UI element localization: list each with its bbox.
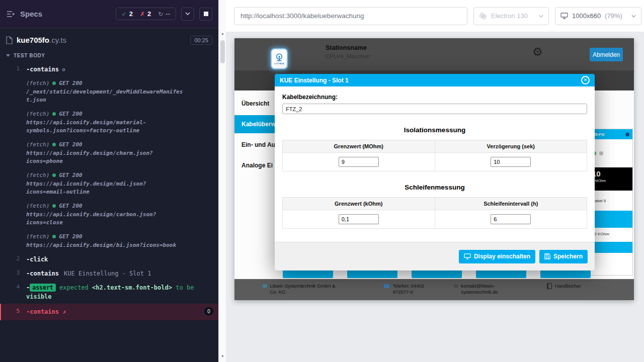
spec-header: kue705fo.cy.ts 00:25 bbox=[0, 28, 218, 50]
status-dot-icon bbox=[52, 143, 56, 146]
stat-passed: ✓2 bbox=[122, 10, 133, 18]
app-header bbox=[234, 38, 634, 70]
command-argument: KUE Einstellung - Slot 1 bbox=[64, 270, 151, 277]
fetch-status: GET 200 bbox=[59, 233, 82, 240]
littwin-logo: LITTWIN bbox=[271, 48, 288, 69]
viewport-selector[interactable]: 1000x660 (79%) bbox=[555, 7, 641, 25]
column-header: Grenzwert (kOhm) bbox=[283, 198, 435, 210]
fetch-log-row[interactable]: (fetch)GET 200 https://api.iconify.desig… bbox=[0, 169, 218, 200]
status-dot-icon bbox=[52, 112, 56, 116]
display-on-button[interactable]: Display einschalten bbox=[459, 250, 535, 263]
stat-failed: ✗2 bbox=[140, 10, 151, 18]
aut-background: LITTWIN Stationsname CPLV4_Maschen ⚙ Abm… bbox=[226, 32, 644, 362]
manuals-label: Handbücher bbox=[555, 283, 581, 289]
station-info: Stationsname CPLV4_Maschen bbox=[326, 44, 370, 59]
fetch-url: https://api.iconify.design/mdi.json?icon… bbox=[26, 180, 183, 197]
command-row-assert[interactable]: 4 -assert expected <h2.text-sm.font-bold… bbox=[0, 281, 218, 304]
fetch-tag: (fetch) bbox=[26, 111, 49, 117]
fetch-log-row[interactable]: (fetch)GET 200 https://api.iconify.desig… bbox=[0, 200, 218, 230]
fetch-log-row[interactable]: (fetch)GET 200 https://api.iconify.desig… bbox=[0, 108, 218, 138]
cable-name: Kabel 5 bbox=[588, 191, 632, 211]
runner-main: http://localhost:3000/kabelueberwachung … bbox=[226, 0, 644, 362]
fetch-log-row[interactable]: (fetch)GET 200 /_next/static/development… bbox=[0, 77, 218, 108]
footer-company: ✉ Littwin Systemtechnik GmbH & Co. KG bbox=[263, 283, 343, 295]
collapse-button[interactable] bbox=[181, 8, 194, 21]
table-row bbox=[283, 153, 587, 171]
chevron-down-icon bbox=[539, 15, 543, 18]
retry-count-badge: 0 bbox=[204, 307, 213, 315]
fetch-url: https://api.iconify.design/bi.json?icons… bbox=[26, 241, 183, 250]
command-row-contains-3[interactable]: 3 -containsKUE Einstellung - Slot 1 bbox=[0, 266, 218, 281]
app-footer: ✉ Littwin Systemtechnik GmbH & Co. KG ☎ … bbox=[234, 279, 634, 300]
command-name: -contains bbox=[26, 308, 59, 315]
isolation-section-title: Isolationsmessung bbox=[282, 126, 587, 134]
fetch-url: https://api.iconify.design/charm.json?ic… bbox=[26, 149, 183, 166]
stop-button[interactable] bbox=[199, 8, 212, 21]
loop-table: Grenzwert (kOhm) Schleifenintervall (h) bbox=[282, 197, 587, 229]
assert-state: visible bbox=[26, 293, 52, 300]
specs-list-icon[interactable] bbox=[6, 10, 16, 18]
stat-pending: ↻-- bbox=[158, 10, 170, 18]
spec-duration: 00:25 bbox=[190, 36, 212, 45]
display-button-label: Display einschalten bbox=[474, 253, 530, 260]
chevron-down-icon bbox=[631, 15, 636, 18]
loop-interval-input[interactable] bbox=[491, 214, 531, 224]
assert-selector: <h2.text-sm.font-bold> bbox=[92, 284, 172, 291]
scroll-down-arrow-icon[interactable]: ▼ bbox=[219, 353, 226, 360]
failed-count: 2 bbox=[147, 10, 151, 18]
spec-file-icon bbox=[6, 36, 13, 44]
email-address: kontakt@littwin-systemtechnik.de bbox=[461, 283, 503, 295]
modal-footer: Display einschalten Speichern bbox=[275, 242, 595, 270]
footer-manuals-link[interactable]: Handbücher bbox=[546, 283, 581, 289]
email-icon: ✉ bbox=[454, 284, 458, 289]
command-row-contains-1[interactable]: 1 -contains⚙ bbox=[0, 62, 218, 77]
status-dot-icon bbox=[52, 173, 56, 177]
refresh-icon: ↻ bbox=[158, 11, 163, 18]
command-row-click[interactable]: 2 -click bbox=[0, 252, 218, 266]
browser-selector[interactable]: Electron 130 bbox=[473, 7, 549, 25]
fetch-url: https://api.iconify.design/material-symb… bbox=[26, 119, 183, 135]
fetch-status: GET 200 bbox=[59, 141, 82, 148]
fetch-url: /_next/static/development/_devMiddleware… bbox=[26, 88, 183, 105]
scroll-up-arrow-icon[interactable]: ▲ bbox=[219, 30, 226, 37]
reading-value: 10 bbox=[592, 169, 628, 178]
footer-email[interactable]: ✉ kontakt@littwin-systemtechnik.de bbox=[454, 283, 504, 295]
close-icon[interactable]: ✕ bbox=[581, 76, 590, 84]
command-row-contains-failed[interactable]: 5 -contains✗ 0 bbox=[0, 304, 218, 320]
gear-icon[interactable]: ⚙ bbox=[625, 132, 630, 137]
fetch-status: GET 200 bbox=[59, 172, 82, 178]
logout-button[interactable]: Abmelden bbox=[590, 48, 623, 61]
iso-delay-input[interactable] bbox=[491, 157, 531, 167]
chevron-down-icon bbox=[6, 54, 10, 57]
test-body-label: TEST BODY bbox=[14, 53, 45, 58]
reporter-scrollbar[interactable]: ▲ ▼ bbox=[218, 0, 226, 362]
fetch-log-row[interactable]: (fetch)GET 200 https://api.iconify.desig… bbox=[0, 230, 218, 253]
fetch-log-row[interactable]: (fetch)GET 200 https://api.iconify.desig… bbox=[0, 138, 218, 169]
fetch-status: GET 200 bbox=[59, 203, 82, 209]
table-row bbox=[283, 210, 587, 229]
iso-limit-input[interactable] bbox=[339, 157, 379, 167]
test-stats: ✓2 ✗2 ↻-- bbox=[116, 8, 176, 20]
passed-count: 2 bbox=[129, 10, 133, 18]
loop-limit-input[interactable] bbox=[339, 214, 379, 224]
cable-drum-icon bbox=[275, 53, 284, 62]
viewport-icon bbox=[560, 13, 568, 19]
fetch-tag: (fetch) bbox=[26, 172, 49, 178]
company-name: Littwin Systemtechnik GmbH & Co. KG bbox=[270, 283, 343, 295]
command-name: -click bbox=[26, 256, 48, 263]
loop-section-title: Schleifenmessung bbox=[282, 184, 587, 191]
column-header: Grenzwert (MOhm) bbox=[283, 140, 435, 153]
browser-name: Electron 130 bbox=[491, 12, 528, 20]
save-button[interactable]: Speichern bbox=[539, 250, 588, 263]
aut-iframe: LITTWIN Stationsname CPLV4_Maschen ⚙ Abm… bbox=[234, 38, 634, 300]
url-input[interactable]: http://localhost:3000/kabelueberwachung bbox=[234, 7, 467, 25]
chevron-down-icon bbox=[185, 12, 190, 16]
settings-gear-icon[interactable]: ⚙ bbox=[532, 45, 543, 59]
display-icon bbox=[464, 253, 471, 259]
cable-designation-input[interactable] bbox=[282, 104, 587, 114]
scrollbar-thumb[interactable] bbox=[220, 40, 225, 63]
test-body-toggle[interactable]: TEST BODY bbox=[0, 50, 218, 62]
status-dot-icon bbox=[52, 235, 56, 238]
footer-phone: ☎ Telefon: 04402 972577-0 bbox=[383, 283, 436, 295]
column-header: Verzögerung (sek) bbox=[435, 140, 587, 153]
